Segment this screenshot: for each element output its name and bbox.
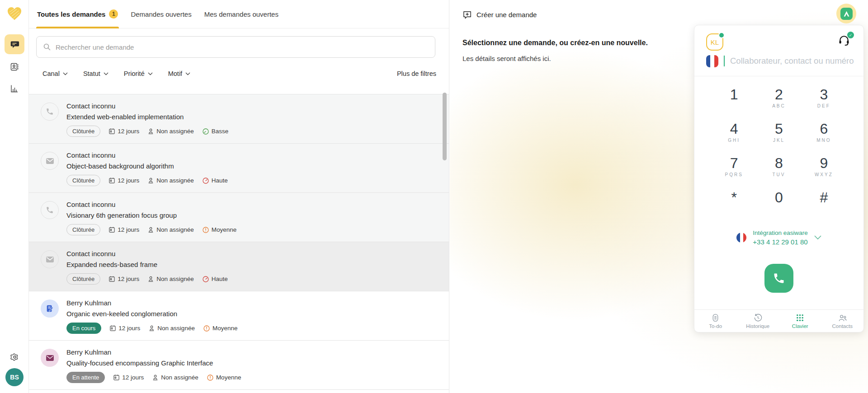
dial-key-letters: DEF — [817, 103, 830, 109]
chevron-down-icon — [104, 72, 108, 75]
dialer-search-row — [706, 53, 854, 69]
filter-canal[interactable]: Canal — [42, 70, 68, 77]
tab-label: Mes demandes ouvertes — [204, 10, 278, 18]
dial-key[interactable]: * — [712, 183, 756, 218]
ticket-row[interactable]: Contact inconnu Expanded needs-based fra… — [29, 242, 449, 291]
priority-high-icon — [202, 177, 209, 184]
outbound-line-selector[interactable]: Intégration easiware +33 4 12 29 01 80 — [694, 229, 863, 246]
ticket-row[interactable]: Contact inconnu Visionary 6th generation… — [29, 193, 449, 242]
france-flag-icon — [736, 233, 746, 243]
request-search — [36, 36, 435, 58]
todo-list-icon — [711, 313, 720, 322]
dial-key-letters: MNO — [816, 138, 831, 143]
status-badge: Clôturée — [66, 175, 100, 186]
tab-all-requests[interactable]: Toutes les demandes 1 — [36, 0, 119, 28]
text-caret — [724, 56, 725, 66]
app-account-avatar[interactable] — [836, 4, 856, 23]
dial-key[interactable]: 4 GHI — [712, 115, 756, 149]
dialer-tab-keypad[interactable]: Clavier — [779, 310, 821, 332]
sidebar-item-stats[interactable] — [6, 80, 23, 97]
ticket-age: 12 jours — [122, 374, 144, 381]
dial-key[interactable]: # — [802, 183, 846, 218]
ticket-assignee: Non assignée — [156, 128, 194, 135]
ticket-priority: Haute — [212, 276, 228, 282]
more-filters-button[interactable]: Plus de filtres — [397, 70, 436, 77]
empty-state: Sélectionnez une demande, ou créez-en un… — [462, 39, 648, 62]
priority-high-icon — [202, 276, 209, 283]
dial-key-letters: TUV — [772, 172, 785, 178]
dial-key-digit: 1 — [730, 87, 738, 102]
dial-key[interactable]: 0 — [756, 183, 801, 218]
dial-key[interactable]: 7 PQRS — [712, 149, 756, 183]
online-status-dot — [718, 32, 725, 38]
assignee-icon — [148, 325, 155, 332]
ticket-age: 12 jours — [118, 276, 139, 282]
ticket-assignee: Non assignée — [156, 177, 194, 184]
ticket-contact: Contact inconnu — [66, 102, 440, 111]
priority-medium-icon — [207, 374, 214, 381]
create-request-button[interactable]: Créer une demande — [462, 7, 537, 22]
dial-key-letters: WXYZ — [815, 172, 833, 178]
dial-key[interactable]: 5 JKL — [756, 115, 801, 149]
user-avatar[interactable]: BS — [5, 368, 24, 386]
ticket-row[interactable]: Berry Kuhlman Quality-focused encompassi… — [29, 341, 449, 390]
priority-low-icon — [202, 128, 209, 135]
settings-button[interactable] — [6, 349, 23, 365]
ticket-assignee: Non assignée — [156, 276, 194, 282]
dialer-tab-todo[interactable]: To-do — [694, 310, 737, 332]
dial-key-digit: 2 — [775, 87, 783, 102]
sidebar-item-contacts[interactable] — [6, 59, 23, 75]
email-channel-icon — [46, 158, 54, 164]
channel-avatar — [41, 349, 59, 367]
list-scrollbar-thumb[interactable] — [443, 93, 447, 160]
status-badge: Clôturée — [66, 273, 100, 285]
search-input[interactable] — [56, 43, 429, 51]
calendar-icon — [108, 276, 115, 282]
dialer-user-avatar[interactable]: KL — [706, 33, 723, 51]
ticket-subject: Visionary 6th generation focus group — [66, 211, 440, 220]
sidebar-item-messages[interactable] — [5, 34, 24, 54]
ticket-row[interactable]: Contact inconnu Extended web-enabled imp… — [29, 94, 449, 144]
chat-bubble-icon — [9, 39, 19, 49]
dial-key-digit: 5 — [775, 121, 783, 136]
headset-button[interactable]: ✓ — [837, 33, 853, 49]
ticket-row[interactable]: Berry Kuhlman Organic even-keeled conglo… — [29, 291, 449, 341]
dial-key[interactable]: 2 ABC — [756, 80, 801, 115]
ticket-row[interactable]: Contact inconnu Object-based background … — [29, 144, 449, 193]
dial-key-digit: 3 — [820, 87, 828, 102]
new-request-bubble-icon — [462, 10, 472, 19]
dial-key[interactable]: 9 WXYZ — [802, 149, 846, 183]
dial-key-digit: 8 — [775, 155, 783, 171]
calendar-icon — [109, 325, 116, 332]
calendar-icon — [108, 226, 115, 233]
dial-key[interactable]: 6 MNO — [802, 115, 846, 149]
brand-heart-logo — [5, 4, 24, 23]
filter-bar: Canal Statut Priorité Motif Plus de filt… — [42, 66, 436, 81]
dial-key-digit: * — [731, 190, 736, 205]
tab-my-open-requests[interactable]: Mes demandes ouvertes — [203, 0, 279, 28]
call-button[interactable] — [764, 264, 793, 293]
bar-chart-icon — [10, 84, 19, 93]
dialer-bottom-nav: To-do Historique — [694, 309, 863, 332]
tab-label: Toutes les demandes — [37, 10, 105, 18]
dial-keypad: 1 2 ABC 3 DEF 4 GHI 5 JKL 6 MNO 7 PQRS 8… — [712, 80, 846, 218]
dial-key[interactable]: 8 TUV — [756, 149, 801, 183]
filter-statut[interactable]: Statut — [83, 70, 108, 77]
dial-key[interactable]: 1 — [712, 80, 756, 115]
phone-channel-icon — [46, 108, 54, 116]
dial-key[interactable]: 3 DEF — [802, 80, 846, 115]
assignee-icon — [147, 276, 154, 282]
empty-state-subtitle: Les détails seront affichés ici. — [462, 55, 648, 62]
priority-medium-icon — [203, 325, 210, 332]
ticket-contact: Contact inconnu — [66, 200, 440, 209]
email-channel-icon — [46, 256, 54, 263]
gear-icon — [10, 352, 19, 362]
dialer-tab-history[interactable]: Historique — [737, 310, 779, 332]
dialer-tab-contacts[interactable]: Contacts — [821, 310, 864, 332]
dial-key-digit: 9 — [820, 155, 828, 171]
assignee-icon — [147, 226, 154, 233]
tab-open-requests[interactable]: Demandes ouvertes — [130, 0, 192, 28]
filter-priorite[interactable]: Priorité — [124, 70, 153, 77]
dialer-search-input[interactable] — [730, 56, 854, 66]
filter-motif[interactable]: Motif — [168, 70, 190, 77]
